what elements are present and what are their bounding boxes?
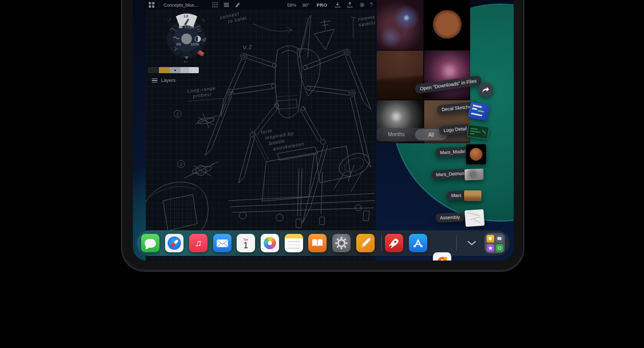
drag-label[interactable]: Mars_Deimos [431,168,469,180]
share-forward-button[interactable] [478,82,493,97]
drag-thumb-mars-deimos[interactable] [465,168,484,180]
drag-thumb-logo-detail[interactable] [467,124,489,139]
stage: Concepts_blue... 59% 90° PRO [0,0,644,348]
drag-thumb-decal-sketches[interactable] [468,101,490,121]
drag-label[interactable]: Mars_Model [435,146,470,158]
drag-label[interactable]: Assembly [435,212,465,223]
drag-thumb-assembly[interactable] [465,209,485,227]
forward-arrow-icon [482,86,490,93]
drag-layer: Open “Downloads” in Files Decal Sketches… [133,0,514,260]
drag-thumb-mars[interactable] [464,190,481,201]
drag-label[interactable]: Mars [447,190,467,200]
drag-thumb-mars-model[interactable] [466,144,486,164]
ipad-screen: Concepts_blue... 59% 90° PRO [133,0,514,260]
drop-tooltip: Open “Downloads” in Files [415,75,481,94]
